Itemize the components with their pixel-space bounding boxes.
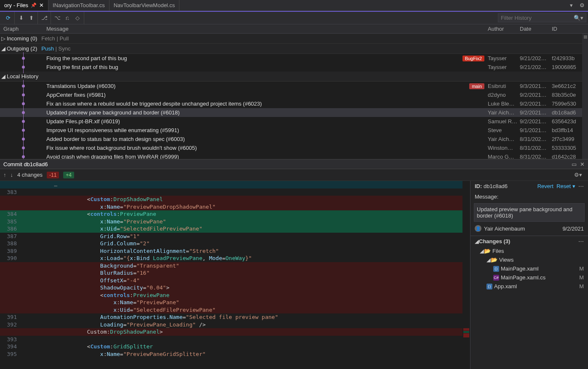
pull-link[interactable]: Pull [59, 35, 69, 42]
commit-row[interactable]: Fixing the first part of this bug Taysse… [0, 63, 588, 72]
commit-row[interactable]: Improve UI responsiveness while enumerat… [0, 126, 588, 135]
code-line[interactable]: 393 [0, 336, 470, 343]
commit-row[interactable]: Added border to status bar to match desi… [0, 135, 588, 143]
graph-dot-icon [22, 102, 25, 105]
fetch-icon[interactable]: ⬇ [17, 14, 25, 22]
show-local-icon[interactable]: ⎌ [64, 14, 71, 22]
commit-row[interactable]: AppCenter fixes (#5981) d2dyno 9/2/2021…… [0, 90, 588, 99]
more-icon[interactable]: ⋯ [578, 238, 584, 244]
section-incoming[interactable]: ▷ Incoming (0) Fetch | Pull [0, 34, 588, 44]
tab-files[interactable]: ory - Files 📌 ✕ [0, 0, 48, 11]
code-line[interactable]: 385 x:Name="PreviewPane" [0, 218, 470, 226]
header-id[interactable]: ID [552, 26, 588, 32]
commit-message: Update Files.pt-BR.xlf (#6019) [46, 118, 120, 125]
diff-code-pane[interactable]: … 383 <Custom:DropShadowPanel x:Name="Pr… [0, 181, 470, 369]
commit-date: 9/2/2021… [520, 109, 552, 116]
file-name: App.xaml [494, 283, 517, 289]
deletions-stat: -11 [47, 172, 59, 178]
code-line[interactable]: OffsetX="-4" [0, 277, 470, 284]
commit-date: 9/2/2021… [520, 92, 552, 98]
tree-file[interactable]: C#MainPage.xaml.csM [470, 273, 588, 282]
show-remote-icon[interactable]: ⌥ [53, 14, 61, 22]
sync-link[interactable]: Sync [59, 45, 71, 52]
changes-header[interactable]: Changes (3) [479, 238, 510, 244]
code-line[interactable]: 386 x:Uid="SelectedFilePreviewPane" [0, 225, 470, 233]
code-line[interactable]: <controls:PreviewPane [0, 292, 470, 299]
header-graph[interactable]: Graph [0, 26, 46, 32]
code-line[interactable]: Background="Transparent" [0, 262, 470, 270]
gear-icon[interactable]: ⚙▾ [574, 172, 582, 178]
code-line[interactable]: x:Name="PreviewPaneDropShadowPanel" [0, 203, 470, 211]
commit-row[interactable]: Fix issue where root background brush wo… [0, 143, 588, 152]
commit-id: 2f7c3499 [552, 136, 582, 142]
tree-file[interactable]: ⟨⟩MainPage.xamlM [470, 264, 588, 273]
graph-dot-icon [22, 120, 25, 123]
file-status: M [579, 283, 584, 289]
tab-navtoolbarviewmodel[interactable]: NavToolbarViewModel.cs [110, 0, 180, 11]
graph-dot-icon [22, 111, 25, 114]
code-line[interactable]: 388 Grid.Column="2" [0, 240, 470, 247]
code-line[interactable]: x:Uid="SelectedFilePreviewPane" [0, 306, 470, 314]
graph-dot-icon [22, 85, 25, 88]
push-link[interactable]: Push [41, 45, 54, 52]
close-icon[interactable]: ✕ [580, 161, 585, 167]
revert-button[interactable]: Revert [537, 183, 553, 189]
reset-button[interactable]: Reset ▾ [556, 183, 575, 189]
tag-icon[interactable]: ◇ [74, 14, 81, 22]
refresh-icon[interactable]: ⟳ [4, 14, 12, 22]
commit-row[interactable]: Avoid crash when dragging files from Win… [0, 152, 588, 159]
tab-inavigationtoolbar[interactable]: INavigationToolbar.cs [48, 0, 110, 11]
section-local[interactable]: ◢ Local History [0, 72, 588, 82]
commit-row[interactable]: Fixing the second part of this bugBugFix… [0, 54, 588, 63]
code-line[interactable]: 389 HorizontalContentAlignment="Stretch" [0, 247, 470, 255]
code-line[interactable]: 383 [0, 188, 470, 196]
header-message[interactable]: Message [46, 26, 488, 32]
fetch-link[interactable]: Fetch [41, 35, 55, 42]
more-icon[interactable]: ⋯ [578, 183, 584, 189]
pull-icon[interactable]: ⬆ [27, 14, 35, 22]
code-line[interactable]: 395 x:Name="PreviewPaneGridSplitter" [0, 350, 470, 358]
commit-row[interactable]: Fix an issue where a rebuild would be tr… [0, 99, 588, 108]
scrollbar[interactable] [582, 34, 588, 159]
branch-icon[interactable]: ⎇ [40, 14, 48, 22]
popout-icon[interactable]: ▭ [572, 161, 577, 167]
graph-dot-icon [22, 93, 25, 96]
tree-folder-views[interactable]: ◢ 📂Views [470, 255, 588, 264]
code-line[interactable]: ShadowOpacity="0.04"> [0, 284, 470, 292]
commit-row[interactable]: Updated preview pane background and bord… [0, 108, 588, 117]
search-icon[interactable]: 🔍▾ [574, 15, 583, 21]
pin-icon[interactable]: 📌 [31, 3, 37, 8]
line-number: 394 [0, 343, 21, 350]
close-icon[interactable]: ✕ [39, 2, 44, 8]
tabs-dropdown-icon[interactable]: ▾ [567, 2, 576, 8]
code-line[interactable]: 390 x:Load="{x:Bind LoadPreviewPane, Mod… [0, 255, 470, 262]
filter-history-input[interactable]: 🔍▾ [498, 13, 586, 22]
next-change-icon[interactable]: ↓ [11, 172, 13, 178]
commit-message[interactable]: Updated preview pane background and bord… [474, 203, 585, 222]
code-line[interactable]: 387 Grid.Row="1" [0, 233, 470, 240]
file-icon: ⟨⟩ [486, 284, 492, 289]
tree-file[interactable]: ⟨⟩App.xamlM [470, 282, 588, 291]
minimap[interactable] [462, 181, 470, 369]
gear-icon[interactable]: ⚙ [576, 2, 588, 8]
commit-message: Translations Update (#6030) [46, 83, 115, 89]
header-date[interactable]: Date [520, 26, 552, 32]
commit-row[interactable]: Translations Update (#6030)main Esibruti… [0, 82, 588, 90]
commit-message: Fix issue where root background brush wo… [46, 145, 197, 151]
file-icon: C# [493, 275, 499, 281]
code-line[interactable]: <Custom:DropShadowPanel [0, 196, 470, 203]
code-line[interactable]: BlurRadius="16" [0, 269, 470, 277]
code-line[interactable]: x:Name="PreviewPane" [0, 299, 470, 306]
commit-author: Taysser [488, 64, 520, 70]
tree-folder-files[interactable]: ◢ 📂Files [470, 247, 588, 255]
section-outgoing[interactable]: ◢ Outgoing (2) Push | Sync [0, 44, 588, 54]
header-author[interactable]: Author [488, 26, 520, 32]
code-line[interactable]: Custom:DropShadowPanel> [0, 328, 470, 336]
code-line[interactable]: 394 <Custom:GridSplitter [0, 343, 470, 350]
commit-row[interactable]: Update Files.pt-BR.xlf (#6019) Samuel R…… [0, 117, 588, 126]
code-line[interactable]: 384 <controls:PreviewPane [0, 210, 470, 218]
code-line[interactable]: 391 AutomationProperties.Name="Selected … [0, 313, 470, 321]
prev-change-icon[interactable]: ↑ [3, 172, 6, 178]
code-line[interactable]: 392 Loading="PreviewPane_Loading" /> [0, 321, 470, 329]
chevron-down-icon: ◢ [486, 257, 491, 263]
